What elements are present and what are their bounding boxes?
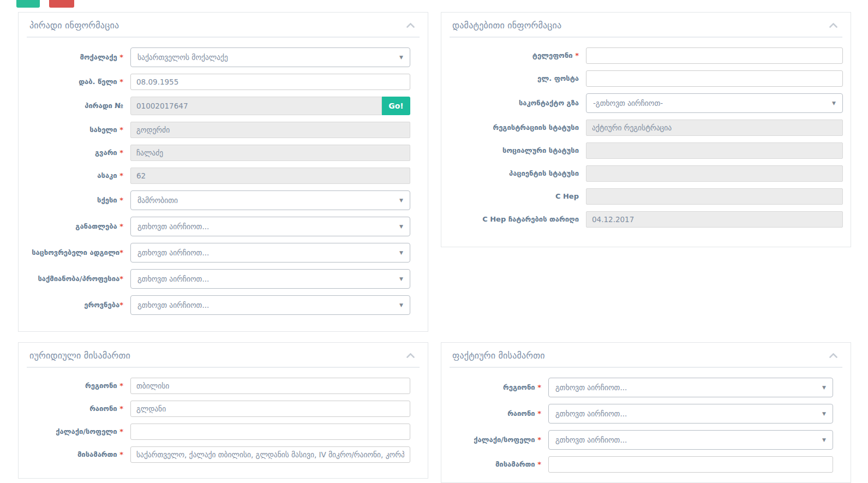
field-label: სქესი * xyxy=(19,196,123,205)
field-label: პირადი № xyxy=(19,102,123,110)
field-label-text: რეგიონი xyxy=(85,381,117,390)
residence-place-select[interactable]: გთხოვთ აირჩიოთ...▼ xyxy=(130,243,410,263)
actual-city-select[interactable]: გთხოვთ აირჩიოთ...▼ xyxy=(548,430,833,450)
panel-additional-info: დამატებითი ინფორმაცია ტელეფონი * ელ. ფოს… xyxy=(441,12,851,247)
chevron-up-icon[interactable] xyxy=(405,352,416,359)
caret-down-icon: ▼ xyxy=(399,55,403,60)
field-row: ქალაქი/სოფელი * გთხოვთ აირჩიოთ...▼ xyxy=(441,430,851,450)
legal-city-input[interactable] xyxy=(130,424,410,440)
required-asterisk: * xyxy=(117,77,123,86)
field-label-text: C Hep xyxy=(555,192,579,200)
panel-header: დამატებითი ინფორმაცია xyxy=(441,13,851,37)
field-label: ეროვნება* xyxy=(19,301,123,309)
legal-district-input[interactable] xyxy=(130,401,410,417)
field-label-text: საცხოვრებელი ადგილი xyxy=(32,248,119,257)
actual-region-select[interactable]: გთხოვთ აირჩიოთ...▼ xyxy=(548,378,833,397)
legal-address-input[interactable] xyxy=(130,446,410,463)
chevron-up-icon[interactable] xyxy=(828,352,839,359)
toolbar-red-button[interactable] xyxy=(49,0,74,8)
actual-district-select[interactable]: გთხოვთ აირჩიოთ...▼ xyxy=(548,404,833,424)
field-row: განათლება * გთხოვთ აირჩიოთ...▼ xyxy=(19,217,428,236)
field-label-text: ქალაქი/სოფელი xyxy=(56,427,117,436)
field-row: საკონტაქტო გზა -გთხოვთ აირჩიოთ-▼ xyxy=(441,93,851,113)
actual-address-input[interactable] xyxy=(548,456,833,473)
caret-down-icon: ▼ xyxy=(822,385,826,390)
legal-region-input[interactable] xyxy=(130,378,410,394)
panel-separator xyxy=(27,367,420,368)
field-label: მისამართი * xyxy=(19,450,123,459)
occupation-select[interactable]: გთხოვთ აირჩიოთ...▼ xyxy=(130,269,410,289)
select-value: გთხოვთ აირჩიოთ... xyxy=(137,222,209,231)
chevron-up-icon[interactable] xyxy=(405,22,416,29)
field-label-text: რეგისტრაციის სტატუსი xyxy=(493,123,579,132)
required-asterisk: * xyxy=(117,404,123,413)
caret-down-icon: ▼ xyxy=(399,302,403,308)
citizen-select[interactable]: საქართველოს მოქალაქე▼ xyxy=(130,47,410,67)
first-name-input: გოდერძი xyxy=(130,122,410,138)
field-label-text: ქალაქი/სოფელი xyxy=(474,436,535,444)
field-row: რეგისტრაციის სტატუსი აქტიური რეგისტრაცია xyxy=(441,120,851,136)
select-value: გთხოვთ აირჩიოთ... xyxy=(555,409,627,418)
field-label-text: სახელი xyxy=(89,126,117,134)
caret-down-icon: ▼ xyxy=(399,276,403,282)
required-asterisk: * xyxy=(535,436,541,444)
required-asterisk: * xyxy=(117,381,123,390)
field-row: ელ. ფოსტა xyxy=(441,70,851,87)
field-label-text: C Hep ჩატარების თარიღი xyxy=(482,215,579,223)
required-asterisk: * xyxy=(535,383,541,391)
caret-down-icon: ▼ xyxy=(822,411,826,416)
field-label-text: მისამართი xyxy=(495,460,535,468)
field-label: სახელი * xyxy=(19,126,123,134)
required-asterisk: * xyxy=(119,301,123,309)
required-asterisk: * xyxy=(117,196,123,204)
patient-status-input xyxy=(586,165,843,182)
panel-title: დამატებითი ინფორმაცია xyxy=(452,20,561,31)
field-label: რაიონი * xyxy=(441,409,541,418)
caret-down-icon: ▼ xyxy=(822,437,826,443)
field-label-text: მოქალაქე xyxy=(80,53,117,61)
required-asterisk: * xyxy=(117,53,123,61)
field-row: რეგიონი * xyxy=(19,378,428,394)
panel-title: იურიდიული მისამართი xyxy=(29,350,130,361)
field-row: მოქალაქე * საქართველოს მოქალაქე▼ xyxy=(19,47,428,67)
toolbar-green-button[interactable] xyxy=(16,0,40,8)
panel-header: იურიდიული მისამართი xyxy=(19,343,428,367)
field-label: ასაკი * xyxy=(19,171,123,180)
select-value: მამრობითი xyxy=(137,196,178,205)
panel-actual-address: ფაქტიური მისამართი რეგიონი * გთხოვთ აირჩ… xyxy=(441,342,851,483)
field-label: ქალაქი/სოფელი * xyxy=(19,427,123,436)
go-button[interactable]: Go! xyxy=(382,97,410,115)
required-asterisk: * xyxy=(119,248,123,257)
select-value: გთხოვთ აირჩიოთ... xyxy=(137,248,209,257)
panel-title: ფაქტიური მისამართი xyxy=(452,350,545,361)
field-label-text: საქმიანობა/პროფესია xyxy=(38,275,119,283)
field-label: საცხოვრებელი ადგილი* xyxy=(19,248,123,257)
education-select[interactable]: გთხოვთ აირჩიოთ...▼ xyxy=(130,217,410,236)
registration-status-input: აქტიური რეგისტრაცია xyxy=(586,120,843,136)
chevron-up-icon[interactable] xyxy=(828,22,839,29)
field-label-text: განათლება xyxy=(75,222,117,230)
field-label: რეგისტრაციის სტატუსი xyxy=(441,123,579,132)
phone-input[interactable] xyxy=(586,47,843,64)
field-label: პაციენტის სტატუსი xyxy=(441,169,579,178)
nationality-select[interactable]: გთხოვთ აირჩიოთ...▼ xyxy=(130,295,410,315)
field-row: C Hep ჩატარების თარიღი 04.12.2017 xyxy=(441,211,851,228)
c-hep-date-input: 04.12.2017 xyxy=(586,211,843,228)
gender-select[interactable]: მამრობითი▼ xyxy=(130,190,410,210)
birth-date-input[interactable] xyxy=(130,74,410,90)
select-value: გთხოვთ აირჩიოთ... xyxy=(137,275,209,283)
field-row: საცხოვრებელი ადგილი* გთხოვთ აირჩიოთ...▼ xyxy=(19,243,428,263)
contact-way-select[interactable]: -გთხოვთ აირჩიოთ-▼ xyxy=(586,93,843,113)
field-row: ქალაქი/სოფელი * xyxy=(19,424,428,440)
field-row: C Hep xyxy=(441,188,851,205)
field-label: C Hep xyxy=(441,192,579,201)
required-asterisk: * xyxy=(119,275,123,283)
panel-separator xyxy=(27,37,420,38)
field-row: რაიონი * გთხოვთ აირჩიოთ...▼ xyxy=(441,404,851,424)
email-input[interactable] xyxy=(586,70,843,87)
required-asterisk: * xyxy=(117,171,123,180)
field-label-text: მისამართი xyxy=(77,450,117,458)
field-label-text: სქესი xyxy=(97,196,117,204)
required-asterisk: * xyxy=(117,148,123,157)
field-label-text: ტელეფონი xyxy=(532,51,573,59)
